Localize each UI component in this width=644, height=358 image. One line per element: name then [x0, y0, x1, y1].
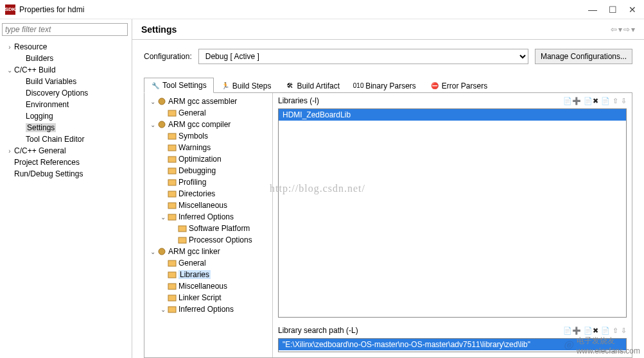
tab-label: Binary Parsers — [365, 81, 416, 90]
tab-bar: 🔧Tool Settings🏃Build Steps🛠Build Artifac… — [144, 71, 632, 93]
down-icon[interactable]: ⇩ — [621, 327, 627, 335]
tab-label: Build Artifact — [297, 81, 340, 90]
binary-icon: 010 — [354, 81, 363, 90]
tree-label: Environment — [26, 100, 69, 109]
tree-item-logging[interactable]: Logging — [0, 110, 132, 122]
twist-icon: ⌄ — [148, 121, 157, 128]
back-icon[interactable]: ⇦ — [611, 25, 617, 34]
svg-rect-1 — [168, 110, 176, 116]
tool-item-arm-gcc-linker[interactable]: ⌄ARM gcc linker — [144, 246, 272, 257]
add-icon[interactable]: 📄➕ — [563, 97, 581, 105]
tree-item-environment[interactable]: Environment — [0, 99, 132, 110]
tool-label: Software Platform — [189, 224, 250, 233]
config-select[interactable]: Debug [ Active ] — [198, 49, 528, 64]
svg-rect-8 — [168, 191, 176, 197]
tool-label: Debugging — [178, 166, 216, 175]
delete-icon[interactable]: 📄✖ — [584, 97, 598, 105]
tree-item-c-c-general[interactable]: ›C/C++ General — [0, 145, 132, 157]
tool-item-profiling[interactable]: Profiling — [144, 176, 272, 188]
tree-item-settings[interactable]: Settings — [0, 122, 132, 133]
tool-item-inferred-options[interactable]: ⌄Inferred Options — [144, 211, 272, 223]
add-icon[interactable]: 📄➕ — [563, 327, 581, 335]
tool-item-warnings[interactable]: Warnings — [144, 142, 272, 153]
folder-icon — [168, 212, 177, 221]
nav-arrows[interactable]: ⇦▾ ⇨▾ — [611, 25, 635, 34]
tool-item-debugging[interactable]: Debugging — [144, 165, 272, 176]
tree-label: C/C++ General — [14, 146, 66, 155]
edit-icon[interactable]: 📄 — [601, 327, 610, 335]
svg-rect-5 — [168, 157, 176, 162]
window-title: Properties for hdmi — [19, 5, 588, 14]
minimize-button[interactable]: — — [588, 4, 597, 15]
tool-item-arm-gcc-assembler[interactable]: ⌄ARM gcc assembler — [144, 96, 272, 107]
up-icon[interactable]: ⇧ — [613, 97, 618, 105]
tree-item-tool-chain-editor[interactable]: Tool Chain Editor — [0, 133, 132, 145]
folder-icon — [168, 282, 177, 291]
tool-item-linker-script[interactable]: Linker Script — [144, 292, 272, 303]
tree-label: Logging — [26, 112, 53, 121]
list-item[interactable]: HDMI_ZedBoardLib — [279, 109, 626, 121]
twist-icon: ⌄ — [148, 98, 157, 105]
manage-config-button[interactable]: Manage Configurations... — [535, 49, 632, 64]
svg-rect-15 — [168, 272, 176, 278]
tab-artifact[interactable]: 🛠Build Artifact — [278, 78, 347, 93]
tool-icon — [157, 97, 166, 106]
tool-tree[interactable]: ⌄ARM gcc assemblerGeneral⌄ARM gcc compil… — [144, 93, 273, 357]
tree-label: Discovery Options — [26, 89, 88, 98]
config-bar: Configuration: Debug [ Active ] Manage C… — [132, 40, 644, 71]
tool-item-miscellaneous[interactable]: Miscellaneous — [144, 200, 272, 211]
maximize-button[interactable]: ☐ — [609, 4, 617, 15]
svg-rect-18 — [168, 307, 176, 312]
svg-rect-17 — [168, 295, 176, 301]
tab-errors[interactable]: ⛔Error Parsers — [423, 78, 494, 93]
tool-item-miscellaneous[interactable]: Miscellaneous — [144, 280, 272, 292]
folder-icon — [168, 166, 177, 175]
tool-item-software-platform[interactable]: Software Platform — [144, 223, 272, 234]
libraries-list[interactable]: HDMI_ZedBoardLib — [278, 108, 627, 318]
tree-item-discovery-options[interactable]: Discovery Options — [0, 87, 132, 99]
twist-icon: › — [5, 44, 14, 51]
up-icon[interactable]: ⇧ — [613, 327, 618, 335]
tab-parsers[interactable]: 010Binary Parsers — [347, 78, 423, 93]
delete-icon[interactable]: 📄✖ — [584, 327, 598, 335]
close-button[interactable]: ✕ — [629, 4, 636, 15]
tool-item-inferred-options[interactable]: ⌄Inferred Options — [144, 303, 272, 315]
tool-item-general[interactable]: General — [144, 257, 272, 269]
error-icon: ⛔ — [430, 81, 439, 90]
folder-icon — [168, 155, 177, 164]
svg-rect-3 — [168, 133, 176, 139]
library-path-list[interactable]: "E:\Xilinx\zedboard\no-OS-master\no-OS-m… — [278, 338, 627, 352]
list-item[interactable]: "E:\Xilinx\zedboard\no-OS-master\no-OS-m… — [279, 339, 626, 350]
tree-item-builders[interactable]: Builders — [0, 53, 132, 64]
folder-icon — [168, 201, 177, 210]
tool-label: Linker Script — [178, 293, 222, 302]
tool-item-symbols[interactable]: Symbols — [144, 130, 272, 142]
folder-icon — [178, 235, 187, 244]
tree-item-c-c-build[interactable]: ⌄C/C++ Build — [0, 64, 132, 76]
filter-input[interactable] — [2, 23, 128, 36]
tool-item-directories[interactable]: Directories — [144, 188, 272, 200]
tool-item-arm-gcc-compiler[interactable]: ⌄ARM gcc compiler — [144, 119, 272, 130]
edit-icon[interactable]: 📄 — [601, 97, 610, 105]
wrench-icon: 🔧 — [151, 81, 160, 90]
tree-item-project-references[interactable]: Project References — [0, 157, 132, 168]
tool-item-general[interactable]: General — [144, 107, 272, 119]
tool-label: ARM gcc compiler — [168, 120, 231, 129]
tab-tool[interactable]: 🔧Tool Settings — [144, 78, 214, 93]
forward-icon[interactable]: ⇨ — [623, 25, 630, 34]
folder-icon — [168, 178, 177, 187]
down-icon[interactable]: ⇩ — [621, 97, 627, 105]
tab-steps[interactable]: 🏃Build Steps — [214, 78, 279, 93]
tree-item-resource[interactable]: ›Resource — [0, 41, 132, 53]
tool-item-processor-options[interactable]: Processor Options — [144, 234, 272, 246]
libraries-title: Libraries (-l) — [278, 96, 558, 105]
tab-label: Tool Settings — [162, 81, 207, 90]
property-tree[interactable]: ›ResourceBuilders⌄C/C++ BuildBuild Varia… — [0, 40, 132, 181]
config-label: Configuration: — [144, 52, 192, 61]
app-icon: SDK — [5, 4, 15, 15]
tool-item-libraries[interactable]: Libraries — [144, 269, 272, 280]
tool-item-optimization[interactable]: Optimization — [144, 153, 272, 165]
tree-item-run-debug-settings[interactable]: Run/Debug Settings — [0, 168, 132, 180]
tree-item-build-variables[interactable]: Build Variables — [0, 76, 132, 87]
folder-icon — [168, 189, 177, 198]
